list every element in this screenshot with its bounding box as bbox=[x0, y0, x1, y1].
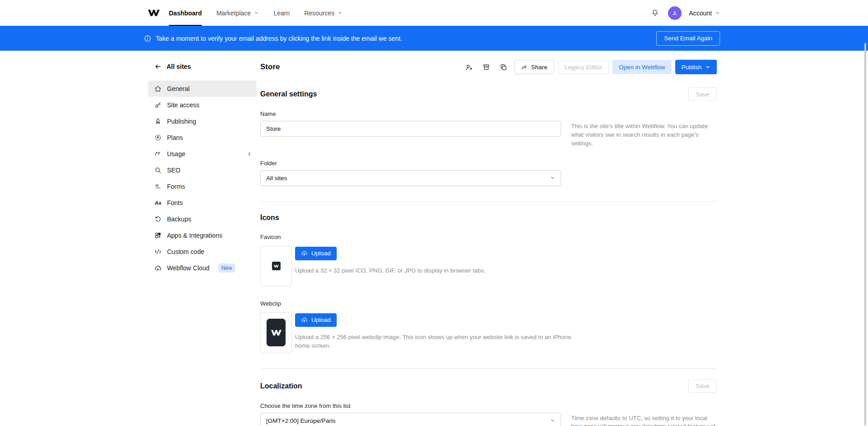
favicon-image bbox=[272, 262, 281, 270]
section-divider bbox=[260, 201, 717, 202]
publish-button[interactable]: Publish bbox=[675, 60, 717, 74]
webclip-preview bbox=[260, 312, 292, 353]
home-icon bbox=[154, 85, 162, 92]
sidebar-item-label: Fonts bbox=[167, 199, 183, 206]
sidebar-item-webflow-cloud[interactable]: Webflow Cloud New bbox=[148, 260, 257, 276]
sidebar-item-label: Forms bbox=[167, 183, 185, 190]
apps-grid-icon bbox=[154, 232, 162, 239]
account-menu[interactable]: Account bbox=[689, 10, 720, 17]
sidebar-item-usage[interactable]: Usage bbox=[148, 146, 257, 162]
favicon-help-text: Upload a 32 × 32 pixel ICO, PNG, GIF, or… bbox=[295, 266, 486, 275]
sidebar-item-forms[interactable]: Forms bbox=[148, 178, 257, 195]
sidebar-item-label: SEO bbox=[167, 167, 181, 174]
sidebar-item-label: Backups bbox=[167, 215, 191, 223]
banner-message: Take a moment to verify your email addre… bbox=[156, 35, 402, 42]
sidebar-item-custom-code[interactable]: Custom code bbox=[148, 244, 257, 260]
sidebar-item-general[interactable]: General bbox=[148, 81, 257, 97]
folder-selected-value: All sites bbox=[266, 175, 287, 182]
timezone-help-text: Time zone defaults to UTC, so setting it… bbox=[571, 413, 717, 426]
transfer-site-icon[interactable] bbox=[463, 60, 476, 74]
favicon-upload-button[interactable]: Upload bbox=[295, 247, 337, 260]
sidebar-item-label: Apps & Integrations bbox=[167, 232, 222, 239]
chevron-down-icon bbox=[705, 64, 711, 70]
notifications-bell-icon[interactable] bbox=[649, 7, 661, 19]
sidebar-item-seo[interactable]: SEO bbox=[148, 162, 257, 178]
sidebar-item-plans[interactable]: Plans bbox=[148, 129, 257, 146]
general-save-button[interactable]: Save bbox=[688, 87, 717, 101]
nav-tab-resources[interactable]: Resources bbox=[297, 0, 350, 26]
rocket-icon bbox=[154, 118, 162, 125]
chevron-down-icon bbox=[254, 10, 259, 15]
nav-tab-label: Learn bbox=[273, 10, 290, 17]
webclip-upload-button[interactable]: Upload bbox=[295, 313, 337, 327]
cloud-icon bbox=[154, 264, 162, 272]
sidebar-item-fonts[interactable]: Aa Fonts bbox=[148, 195, 257, 211]
webflow-mark-icon bbox=[271, 329, 281, 336]
timezone-select[interactable]: [GMT+2:00] Europe/Paris bbox=[260, 413, 561, 426]
publish-label: Publish bbox=[682, 64, 701, 71]
folder-select[interactable]: All sites bbox=[260, 170, 561, 186]
name-label: Name bbox=[260, 110, 717, 117]
share-button[interactable]: Share bbox=[514, 60, 554, 74]
top-nav: Dashboard Marketplace Learn Resources J. bbox=[0, 0, 868, 26]
favicon-label: Favicon bbox=[260, 234, 717, 240]
upload-label: Upload bbox=[311, 316, 331, 323]
account-label: Account bbox=[689, 10, 712, 17]
sidebar-item-backups[interactable]: Backups bbox=[148, 211, 257, 227]
nav-tab-label: Dashboard bbox=[169, 10, 202, 17]
settings-sidebar: All sites General Site access Publishing… bbox=[148, 51, 257, 426]
general-settings-heading: General settings bbox=[260, 90, 317, 98]
circle-up-icon bbox=[154, 134, 162, 141]
sidebar-item-label: Webflow Cloud bbox=[167, 264, 210, 272]
gauge-icon bbox=[154, 150, 162, 158]
avatar-initials: J. bbox=[673, 10, 677, 16]
archive-site-icon[interactable] bbox=[480, 60, 493, 74]
form-lines-icon bbox=[154, 183, 162, 190]
folder-label: Folder bbox=[260, 160, 717, 167]
upload-cloud-icon bbox=[301, 316, 308, 323]
arrow-left-icon bbox=[154, 63, 162, 70]
upload-label: Upload bbox=[311, 250, 331, 257]
sidebar-item-apps-integrations[interactable]: Apps & Integrations bbox=[148, 227, 257, 244]
localization-save-button[interactable]: Save bbox=[688, 379, 717, 393]
webflow-logo-icon bbox=[148, 9, 160, 17]
sidebar-item-publishing[interactable]: Publishing bbox=[148, 113, 257, 129]
name-help-text: This is the site's title within Webflow.… bbox=[571, 121, 717, 148]
timezone-label: Choose the time zone from this list bbox=[260, 402, 717, 409]
share-label: Share bbox=[531, 64, 548, 71]
share-arrow-icon bbox=[521, 64, 528, 71]
email-verification-banner: Take a moment to verify your email addre… bbox=[0, 26, 868, 51]
localization-heading: Localization bbox=[260, 382, 302, 390]
send-email-again-button[interactable]: Send Email Again bbox=[656, 31, 720, 46]
code-icon bbox=[154, 248, 162, 255]
avatar[interactable]: J. bbox=[668, 6, 682, 20]
scrollbar[interactable] bbox=[864, 43, 866, 426]
chevron-down-icon bbox=[550, 418, 555, 423]
webflow-logo[interactable] bbox=[148, 0, 160, 26]
duplicate-site-icon[interactable] bbox=[497, 60, 510, 74]
fonts-aa-icon: Aa bbox=[154, 199, 162, 206]
webflow-mark-icon bbox=[274, 264, 279, 268]
nav-tab-learn[interactable]: Learn bbox=[266, 0, 297, 26]
sidebar-item-site-access[interactable]: Site access bbox=[148, 97, 257, 113]
chevron-down-icon bbox=[550, 175, 555, 181]
back-to-all-sites[interactable]: All sites bbox=[148, 62, 257, 72]
settings-content: Store Share Legacy Editor bbox=[257, 51, 720, 426]
sidebar-item-label: Site access bbox=[167, 101, 200, 109]
open-in-webflow-button[interactable]: Open in Webflow bbox=[612, 60, 672, 74]
new-badge: New bbox=[218, 263, 235, 273]
upload-cloud-icon bbox=[301, 250, 308, 257]
sidebar-item-label: Plans bbox=[167, 134, 183, 141]
legacy-editor-button[interactable]: Legacy Editor bbox=[558, 60, 609, 74]
section-divider bbox=[260, 369, 717, 369]
sidebar-item-label: General bbox=[167, 85, 190, 92]
chevron-right-icon bbox=[247, 151, 252, 157]
webclip-image bbox=[267, 319, 286, 346]
key-icon bbox=[154, 101, 162, 109]
nav-tab-marketplace[interactable]: Marketplace bbox=[209, 0, 266, 26]
site-name-input[interactable] bbox=[260, 121, 561, 137]
favicon-preview bbox=[260, 246, 292, 287]
timezone-selected-value: [GMT+2:00] Europe/Paris bbox=[266, 417, 335, 424]
nav-tab-dashboard[interactable]: Dashboard bbox=[162, 0, 209, 26]
chevron-down-icon bbox=[338, 10, 343, 15]
